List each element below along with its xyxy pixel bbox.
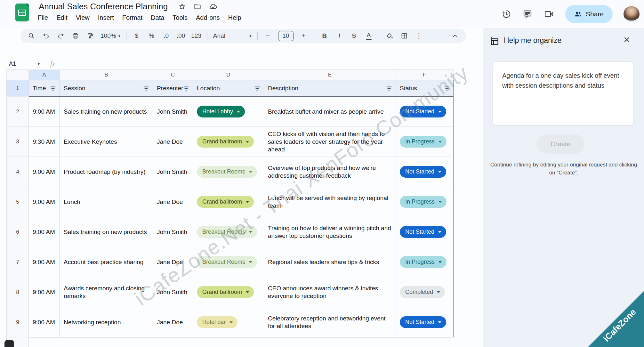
location-cell[interactable]: Breakout Rooms xyxy=(193,157,264,187)
format-currency-button[interactable]: $ xyxy=(132,30,141,41)
menu-view[interactable]: View xyxy=(76,14,90,21)
description-cell[interactable]: Overview of top products and how we're a… xyxy=(264,157,396,187)
time-cell[interactable]: 9:00 AM xyxy=(29,217,60,247)
row-number-4[interactable]: 4 xyxy=(6,157,29,187)
location-cell[interactable]: Grand ballroom xyxy=(193,187,264,217)
increase-decimal-button[interactable]: .00 xyxy=(176,30,185,41)
session-cell[interactable]: Sales training on new products xyxy=(60,217,153,247)
row-number-1[interactable]: 1 xyxy=(6,80,29,97)
move-folder-icon[interactable] xyxy=(193,3,202,11)
location-chip[interactable]: Hotel Lobby xyxy=(197,106,245,117)
status-chip[interactable]: Not Started xyxy=(400,226,446,238)
filter-icon[interactable] xyxy=(50,86,56,91)
menu-help[interactable]: Help xyxy=(228,14,241,21)
session-cell[interactable]: Awards ceremony and closing remarks xyxy=(60,277,153,307)
row-number-5[interactable]: 5 xyxy=(6,187,29,217)
status-cell[interactable]: Not Started xyxy=(396,97,454,127)
time-cell[interactable]: 9:00 AM xyxy=(29,97,60,127)
column-letter-D[interactable]: D xyxy=(193,70,264,80)
location-cell[interactable]: Breakout Rooms xyxy=(193,247,264,277)
name-box[interactable]: A1 ▾ xyxy=(9,61,40,67)
row-number-6[interactable]: 6 xyxy=(6,217,29,247)
font-size-input[interactable]: 10 xyxy=(278,31,294,41)
row-number-2[interactable]: 2 xyxy=(6,97,29,127)
session-cell[interactable]: Sales training on new products xyxy=(60,97,153,127)
location-cell[interactable]: Grand ballroom xyxy=(193,277,264,307)
undo-icon[interactable] xyxy=(42,30,51,41)
paint-format-icon[interactable] xyxy=(86,30,95,41)
location-chip[interactable]: Breakout Rooms xyxy=(197,166,257,178)
account-avatar[interactable] xyxy=(624,6,640,22)
filter-icon[interactable] xyxy=(254,86,260,91)
menu-format[interactable]: Format xyxy=(122,14,142,21)
text-color-button[interactable]: A xyxy=(364,30,373,41)
decrease-decimal-button[interactable]: .0 xyxy=(162,30,171,41)
column-letter-C[interactable]: C xyxy=(153,70,193,80)
status-chip[interactable]: Not Started xyxy=(400,106,446,117)
presenter-cell[interactable]: Jane Doe xyxy=(153,187,193,217)
description-cell[interactable]: Training on how to deliver a winning pit… xyxy=(264,217,396,247)
create-button[interactable]: Create xyxy=(537,134,584,154)
column-location-header[interactable]: Location xyxy=(193,80,264,97)
description-cell[interactable]: Breakfast buffet and mixer as people arr… xyxy=(264,97,396,127)
status-chip[interactable]: Not Started xyxy=(400,316,446,328)
filter-icon[interactable] xyxy=(143,86,149,91)
search-menus-icon[interactable] xyxy=(27,30,36,41)
sheets-logo-icon[interactable] xyxy=(15,4,29,21)
description-cell[interactable]: Regional sales leaders share tips & tric… xyxy=(264,247,396,277)
status-cell[interactable]: Not Started xyxy=(396,217,454,247)
status-chip[interactable]: In Progress xyxy=(400,196,447,208)
decrease-font-size-button[interactable]: − xyxy=(263,30,272,41)
version-history-icon[interactable] xyxy=(501,9,511,19)
description-cell[interactable]: CEO announces award winners & invites ev… xyxy=(264,277,396,307)
presenter-cell[interactable]: Jane Doe xyxy=(153,247,193,277)
menu-file[interactable]: File xyxy=(38,14,48,21)
filter-icon[interactable] xyxy=(444,86,450,91)
zoom-select[interactable]: 100%▾ xyxy=(101,30,120,41)
select-all-corner[interactable] xyxy=(6,70,29,80)
presenter-cell[interactable]: Jane Doe xyxy=(153,307,193,337)
column-presenter-header[interactable]: Presenter xyxy=(153,80,193,97)
format-percent-button[interactable]: % xyxy=(147,30,156,41)
menu-data[interactable]: Data xyxy=(151,14,164,21)
presenter-cell[interactable]: John Smith xyxy=(153,217,193,247)
status-chip[interactable]: Completed xyxy=(400,286,445,298)
location-chip[interactable]: Grand ballroom xyxy=(197,286,254,298)
menu-tools[interactable]: Tools xyxy=(173,14,188,21)
print-icon[interactable] xyxy=(71,30,80,41)
location-chip[interactable]: Breakout Rooms xyxy=(197,256,257,268)
row-number-3[interactable]: 3 xyxy=(6,127,29,157)
close-icon[interactable]: × xyxy=(624,34,630,45)
video-call-icon[interactable] xyxy=(543,9,554,19)
column-letter-B[interactable]: B xyxy=(60,70,153,80)
collapse-toolbar-icon[interactable] xyxy=(451,30,460,41)
location-chip[interactable]: Grand ballroom xyxy=(197,136,254,148)
document-title[interactable]: Annual Sales Conference Planning xyxy=(39,2,168,12)
description-cell[interactable]: Lunch will be served with seating by reg… xyxy=(264,187,396,217)
font-select[interactable]: Arial▾ xyxy=(213,30,252,41)
more-formats-button[interactable]: 123 xyxy=(191,30,201,41)
location-cell[interactable]: Grand ballroom xyxy=(193,127,264,157)
time-cell[interactable]: 9:00 AM xyxy=(29,247,60,277)
cloud-status-icon[interactable] xyxy=(209,3,218,11)
status-cell[interactable]: Not Started xyxy=(396,307,454,337)
prompt-input[interactable]: Agenda for a one day sales kick off even… xyxy=(492,61,634,125)
column-time-header[interactable]: Time xyxy=(29,80,60,97)
status-cell[interactable]: In Progress xyxy=(396,247,454,277)
column-session-header[interactable]: Session xyxy=(60,80,153,97)
status-chip[interactable]: In Progress xyxy=(400,256,447,268)
strikethrough-button[interactable]: S xyxy=(350,30,358,41)
column-letter-A[interactable]: A xyxy=(29,70,60,80)
column-letter-F[interactable]: F xyxy=(396,70,454,80)
borders-icon[interactable] xyxy=(400,30,409,41)
time-cell[interactable]: 9:30 AM xyxy=(29,127,60,157)
status-cell[interactable]: In Progress xyxy=(396,187,454,217)
status-chip[interactable]: In Progress xyxy=(400,136,447,148)
menu-insert[interactable]: Insert xyxy=(98,14,114,21)
session-cell[interactable]: Account best practice sharing xyxy=(60,247,153,277)
description-cell[interactable]: Celebratory reception and networking eve… xyxy=(264,307,396,337)
description-cell[interactable]: CEO kicks off with vision and then hands… xyxy=(264,127,396,157)
session-cell[interactable]: Networking reception xyxy=(60,307,153,337)
redo-icon[interactable] xyxy=(56,30,65,41)
column-description-header[interactable]: Description xyxy=(264,80,396,97)
